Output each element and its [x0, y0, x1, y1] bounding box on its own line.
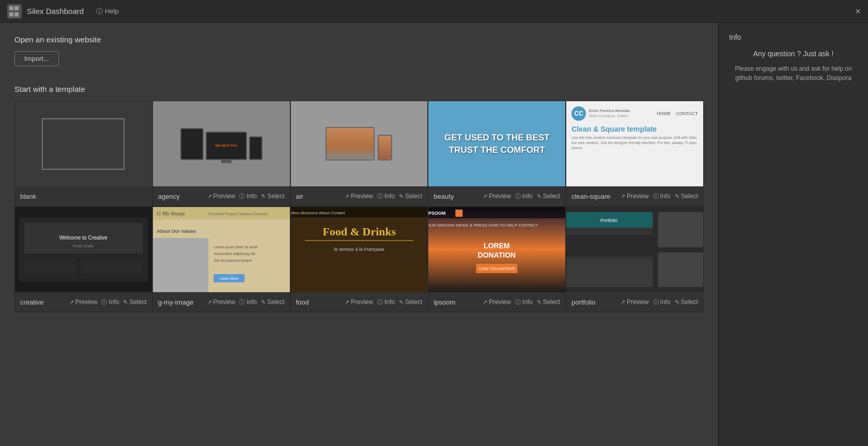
- import-button[interactable]: Import...: [14, 51, 59, 66]
- app-title: Silex Dashboard: [27, 7, 84, 15]
- agency-preview-label: Preview: [213, 193, 236, 200]
- clean-square-actions: ↗ Preview ⓘ Info ✎ Select: [621, 193, 698, 200]
- ipsoom-select-link[interactable]: ✎ Select: [537, 298, 560, 306]
- template-item-food[interactable]: Food & Drinks le service à la Française …: [290, 206, 428, 312]
- row2a-thumbnail: Welcome to Creative Photo Studio: [15, 207, 152, 292]
- row2b-preview-link[interactable]: ↗ Preview: [207, 298, 236, 306]
- food-select-link[interactable]: ✎ Select: [399, 298, 422, 306]
- row2b-info-link[interactable]: ⓘ Info: [239, 298, 257, 306]
- row2e-info-label: Info: [660, 298, 671, 306]
- svg-rect-44: [566, 235, 653, 256]
- row2b-select-link[interactable]: ✎ Select: [261, 298, 284, 306]
- food-info-link[interactable]: ⓘ Info: [377, 298, 395, 306]
- pencil-icon-r2b: ✎: [261, 299, 266, 306]
- row2a-info-link[interactable]: ⓘ Info: [101, 298, 119, 306]
- svg-text:DONATION: DONATION: [478, 251, 516, 259]
- external-link-icon-beauty: ↗: [483, 193, 487, 200]
- air-phone-screen: [379, 136, 391, 160]
- air-info-label: Info: [384, 193, 395, 200]
- info-icon-r2a: ⓘ: [101, 298, 107, 306]
- row2a-preview-link[interactable]: ↗ Preview: [69, 298, 98, 306]
- row2a-select-link[interactable]: ✎ Select: [123, 298, 146, 306]
- help-link[interactable]: ⓘ Help: [96, 7, 119, 16]
- svg-text:Lorem ipsum dolor sit amet,: Lorem ipsum dolor sit amet,: [213, 245, 258, 249]
- pencil-icon-ipsoom: ✎: [537, 299, 541, 306]
- agency-info-link[interactable]: ⓘ Info: [239, 193, 257, 200]
- svg-rect-43: [658, 252, 703, 287]
- template-item-row2e[interactable]: Portfolio portfolio ↗ Preview: [566, 206, 704, 312]
- info-icon: ⓘ: [239, 193, 245, 200]
- template-item-agency[interactable]: WE HELP YOU agency ↗ Preview: [152, 101, 290, 206]
- clean-header: CC Erick Ferreira Almeida Web Designer, …: [571, 106, 698, 121]
- clean-person-name: Erick Ferreira Almeida: [589, 108, 630, 114]
- svg-text:Portfolio: Portfolio: [600, 218, 617, 223]
- row2b-name: g-my-image: [158, 298, 194, 306]
- air-preview-link[interactable]: ↗ Preview: [345, 193, 373, 200]
- clean-headline: Clean & Square template: [571, 125, 657, 133]
- template-item-blank[interactable]: blank: [14, 101, 152, 206]
- info-icon-r2b: ⓘ: [239, 298, 245, 306]
- row2e-preview-link[interactable]: ↗ Preview: [621, 298, 649, 306]
- template-item-air[interactable]: air ↗ Preview ⓘ Info ✎: [290, 101, 428, 206]
- blank-name: blank: [20, 193, 36, 200]
- ipsoom-info-link[interactable]: ⓘ Info: [515, 298, 533, 306]
- row2e-name: portfolio: [571, 298, 595, 306]
- clean-preview-label: Preview: [627, 193, 649, 200]
- agency-footer: agency ↗ Preview ⓘ Info ✎: [153, 186, 290, 206]
- food-select-label: Select: [405, 298, 422, 306]
- template-section: Start with a template blank: [14, 85, 704, 312]
- svg-rect-4: [14, 12, 19, 17]
- svg-rect-2: [14, 6, 19, 10]
- beauty-select-link[interactable]: ✎ Select: [537, 193, 560, 200]
- template-item-beauty[interactable]: GET USED TO THE BEST TRUST THE COMFORT b…: [428, 101, 566, 206]
- row2e-select-label: Select: [681, 298, 698, 306]
- template-grid-row2: Welcome to Creative Photo Studio creativ…: [14, 206, 704, 312]
- template-item-clean-square[interactable]: CC Erick Ferreira Almeida Web Designer, …: [566, 101, 704, 206]
- clean-info-label: Info: [660, 193, 671, 200]
- air-info-link[interactable]: ⓘ Info: [377, 193, 395, 200]
- ipsoom-info-label: Info: [522, 298, 533, 306]
- clean-select-label: Select: [681, 193, 698, 200]
- beauty-preview-link[interactable]: ↗ Preview: [483, 193, 511, 200]
- ipsoom-preview-link[interactable]: ↗ Preview: [483, 298, 511, 306]
- svg-rect-17: [153, 238, 208, 292]
- agency-select-link[interactable]: ✎ Select: [261, 193, 284, 200]
- close-button[interactable]: ×: [855, 7, 861, 16]
- info-icon-clean: ⓘ: [653, 193, 659, 200]
- air-select-link[interactable]: ✎ Select: [399, 193, 422, 200]
- row2e-info-link[interactable]: ⓘ Info: [653, 298, 671, 306]
- external-link-icon-clean: ↗: [621, 193, 625, 200]
- clean-preview-link[interactable]: ↗ Preview: [621, 193, 649, 200]
- row2e-thumbnail: Portfolio: [566, 207, 703, 292]
- clean-nav-contact: CONTACT: [676, 111, 698, 116]
- clean-select-link[interactable]: ✎ Select: [675, 193, 698, 200]
- beauty-headline: GET USED TO THE BEST TRUST THE COMFORT: [444, 132, 550, 156]
- clean-square-footer: clean-square ↗ Preview ⓘ Info ✎: [566, 186, 703, 206]
- ipsoom-thumbnail: IPSOOM OUR MISSION NEWS & PRESS HOW TO H…: [428, 207, 565, 292]
- agency-preview-link[interactable]: ↗ Preview: [207, 193, 236, 200]
- food-preview-link[interactable]: ↗ Preview: [345, 298, 373, 306]
- ipsoom-select-label: Select: [543, 298, 560, 306]
- beauty-name: beauty: [433, 193, 454, 200]
- pencil-icon-clean: ✎: [675, 193, 679, 200]
- pencil-icon-air: ✎: [399, 193, 404, 200]
- agency-tablet-icon: [180, 128, 204, 160]
- row2a-footer: creative ↗ Preview ⓘ Info ✎: [15, 292, 152, 312]
- template-item-ipsoom[interactable]: IPSOOM OUR MISSION NEWS & PRESS HOW TO H…: [428, 206, 566, 312]
- svg-rect-1: [9, 6, 13, 10]
- clean-body-text: Use this free creative commons template …: [571, 135, 698, 150]
- template-item-row2a[interactable]: Welcome to Creative Photo Studio creativ…: [14, 206, 152, 312]
- pencil-icon: ✎: [261, 193, 266, 200]
- clean-square-thumbnail: CC Erick Ferreira Almeida Web Designer, …: [566, 101, 703, 186]
- external-link-icon-ipsoom: ↗: [483, 299, 487, 306]
- air-actions: ↗ Preview ⓘ Info ✎ Select: [345, 193, 422, 200]
- clean-info-link[interactable]: ⓘ Info: [653, 193, 671, 200]
- ipsoom-svg: IPSOOM OUR MISSION NEWS & PRESS HOW TO H…: [428, 207, 565, 292]
- row2b-footer: g-my-image ↗ Preview ⓘ Info ✎: [153, 292, 290, 312]
- template-item-row2b[interactable]: G My Image Produits Projets Galerie Cont…: [152, 206, 290, 312]
- row2e-select-link[interactable]: ✎ Select: [675, 298, 698, 306]
- clean-square-name: clean-square: [571, 193, 610, 200]
- beauty-info-link[interactable]: ⓘ Info: [515, 193, 533, 200]
- svg-text:consectetur adipiscing elit.: consectetur adipiscing elit.: [213, 252, 256, 256]
- svg-text:le service à la Française: le service à la Française: [334, 247, 384, 252]
